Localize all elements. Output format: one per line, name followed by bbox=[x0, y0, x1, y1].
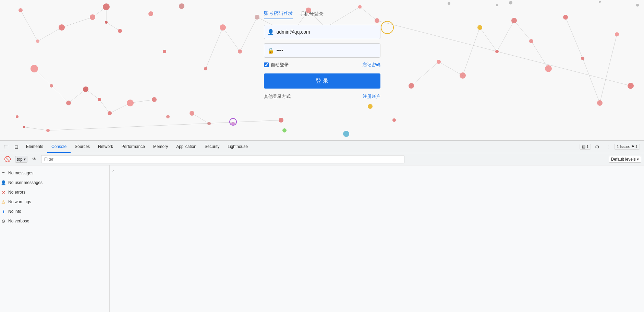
auto-login-label[interactable]: 自动登录 bbox=[264, 62, 289, 68]
info-label: No info bbox=[8, 209, 21, 214]
svg-point-37 bbox=[59, 24, 65, 31]
tab-account[interactable]: 账号密码登录 bbox=[264, 10, 293, 19]
svg-point-77 bbox=[358, 5, 362, 9]
console-content: ≡ No messages 👤 No user messages ✕ No er… bbox=[0, 165, 644, 312]
tab-security[interactable]: Security bbox=[201, 141, 223, 153]
filter-user-messages[interactable]: 👤 No user messages bbox=[0, 178, 109, 187]
warnings-label: No warnings bbox=[8, 199, 31, 204]
svg-point-47 bbox=[66, 101, 71, 105]
svg-point-57 bbox=[279, 118, 283, 123]
svg-point-58 bbox=[231, 122, 235, 125]
other-login-link[interactable]: 其他登录方式 bbox=[264, 93, 291, 100]
login-tabs: 账号密码登录 手机号登录 bbox=[264, 10, 380, 19]
filter-info[interactable]: ℹ No info bbox=[0, 207, 109, 216]
svg-point-65 bbox=[460, 72, 466, 79]
svg-point-44 bbox=[179, 3, 184, 9]
svg-point-81 bbox=[255, 15, 259, 20]
svg-point-60 bbox=[343, 131, 349, 137]
svg-point-71 bbox=[563, 15, 568, 20]
svg-line-23 bbox=[583, 58, 600, 103]
svg-point-74 bbox=[615, 32, 619, 36]
login-button[interactable]: 登 录 bbox=[264, 73, 380, 89]
console-main: › bbox=[110, 165, 644, 312]
tab-application[interactable]: Application bbox=[172, 141, 201, 153]
console-clear-button[interactable]: 🚫 bbox=[3, 154, 12, 164]
svg-point-52 bbox=[152, 97, 157, 102]
tab-console[interactable]: Console bbox=[47, 141, 71, 153]
svg-point-88 bbox=[496, 4, 498, 6]
register-link[interactable]: 注册账户 bbox=[363, 93, 380, 100]
svg-point-38 bbox=[90, 14, 95, 20]
svg-line-31 bbox=[240, 17, 257, 51]
filter-messages[interactable]: ≡ No messages bbox=[0, 168, 109, 178]
device-toolbar-button[interactable]: ⊟ bbox=[12, 142, 21, 152]
svg-line-10 bbox=[99, 100, 110, 113]
info-icon: ℹ bbox=[0, 208, 7, 215]
svg-point-46 bbox=[50, 84, 53, 88]
more-options-button[interactable]: ⋮ bbox=[603, 142, 613, 152]
svg-point-55 bbox=[23, 126, 25, 128]
console-filter-bar: 🚫 top ▾ 👁 Default levels ▾ bbox=[0, 153, 644, 165]
hide-network-button[interactable]: 👁 bbox=[30, 155, 38, 163]
svg-line-17 bbox=[463, 27, 480, 76]
svg-point-72 bbox=[581, 57, 584, 60]
svg-line-20 bbox=[514, 21, 531, 41]
svg-point-43 bbox=[163, 50, 166, 53]
errors-label: No errors bbox=[8, 190, 25, 195]
svg-point-73 bbox=[597, 100, 603, 106]
svg-point-86 bbox=[207, 122, 211, 125]
devtools-right-icons: ▤ 1 ⚙ ⋮ 1 Issue: ⚑ 1 bbox=[580, 142, 643, 152]
svg-line-9 bbox=[86, 89, 99, 100]
devtools-panel: ⬚ ⊟ Elements Console Sources Network Per… bbox=[0, 140, 644, 312]
svg-line-16 bbox=[439, 62, 463, 76]
svg-point-87 bbox=[448, 2, 450, 5]
context-selector[interactable]: top ▾ bbox=[15, 156, 27, 163]
svg-point-61 bbox=[368, 104, 373, 109]
inspect-element-button[interactable]: ⬚ bbox=[1, 142, 11, 152]
forgot-password-link[interactable]: 忘记密码 bbox=[363, 62, 380, 68]
svg-line-32 bbox=[223, 27, 240, 51]
devtools-toolbar: ⬚ ⊟ Elements Console Sources Network Per… bbox=[0, 141, 644, 153]
svg-line-8 bbox=[69, 89, 86, 103]
tab-memory[interactable]: Memory bbox=[149, 141, 172, 153]
svg-point-62 bbox=[392, 118, 396, 122]
svg-point-91 bbox=[636, 4, 639, 7]
tab-elements[interactable]: Elements bbox=[22, 141, 47, 153]
login-card: 账号密码登录 手机号登录 👤 🔒 自动登录 忘记密码 登 录 其他登录方式 注册… bbox=[264, 10, 380, 100]
svg-point-54 bbox=[16, 115, 19, 118]
svg-point-90 bbox=[599, 1, 601, 3]
tab-lighthouse[interactable]: Lighthouse bbox=[223, 141, 252, 153]
tab-performance[interactable]: Performance bbox=[117, 141, 149, 153]
tab-sources[interactable]: Sources bbox=[71, 141, 94, 153]
svg-point-68 bbox=[511, 18, 517, 23]
svg-line-12 bbox=[130, 100, 154, 103]
password-input[interactable] bbox=[264, 43, 380, 58]
svg-point-49 bbox=[98, 98, 101, 101]
filter-input-wrapper bbox=[41, 155, 606, 163]
svg-point-50 bbox=[108, 111, 112, 115]
username-input-group: 👤 bbox=[264, 25, 380, 39]
tab-phone[interactable]: 手机号登录 bbox=[300, 11, 324, 19]
tab-network[interactable]: Network bbox=[94, 141, 117, 153]
username-input[interactable] bbox=[264, 25, 380, 39]
messages-icon: ≡ bbox=[0, 170, 7, 176]
settings-button[interactable]: ⚙ bbox=[592, 142, 602, 152]
svg-line-21 bbox=[531, 41, 548, 69]
svg-point-39 bbox=[103, 3, 110, 10]
user-messages-label: No user messages bbox=[8, 180, 42, 185]
default-levels-button[interactable]: Default levels ▾ bbox=[609, 156, 641, 163]
svg-line-6 bbox=[34, 69, 51, 86]
issue-count-badge[interactable]: 1 Issue: ⚑ 1 bbox=[614, 144, 640, 150]
svg-point-89 bbox=[509, 1, 512, 4]
filter-errors[interactable]: ✕ No errors bbox=[0, 187, 109, 197]
svg-point-56 bbox=[46, 129, 50, 132]
user-icon: 👤 bbox=[267, 29, 274, 35]
filter-warnings[interactable]: ⚠ No warnings bbox=[0, 197, 109, 207]
auto-login-checkbox[interactable] bbox=[264, 62, 269, 67]
svg-point-64 bbox=[437, 60, 441, 64]
svg-line-22 bbox=[566, 17, 583, 58]
svg-line-0 bbox=[21, 10, 38, 41]
svg-point-66 bbox=[477, 25, 482, 30]
console-filter-input[interactable] bbox=[41, 155, 404, 163]
filter-verbose[interactable]: ⚙ No verbose bbox=[0, 216, 109, 226]
